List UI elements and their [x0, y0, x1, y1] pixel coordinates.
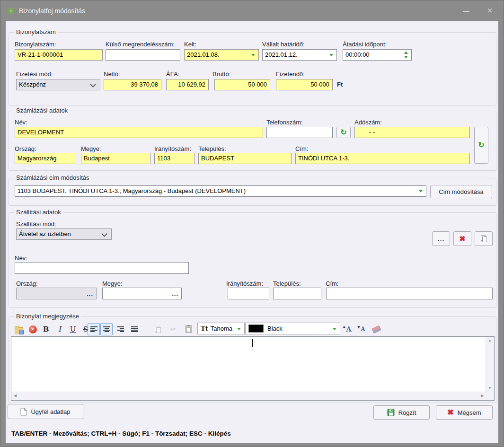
- font-name-value: Tahoma: [211, 325, 232, 332]
- szamlazasi-nev-field[interactable]: DEVELOPMENT: [15, 127, 263, 138]
- align-justify-button[interactable]: [128, 323, 141, 335]
- dropdown-arrow-icon[interactable]: [333, 328, 336, 330]
- status-bar: TAB/ENTER - Mezőváltás; CTRL+H - Súgó; F…: [6, 425, 498, 443]
- netto-field[interactable]: 39 370,08: [104, 79, 161, 90]
- szallitasi-nev-field[interactable]: [15, 262, 189, 274]
- szamlazasi-megye-field[interactable]: Budapest: [81, 153, 150, 164]
- dialog-window: Bizonylatfej módosítás × Bizonylatszám B…: [0, 0, 504, 447]
- grow-font-button[interactable]: ▲A: [343, 323, 355, 335]
- dropdown-arrow-icon[interactable]: [419, 190, 423, 193]
- megsem-button[interactable]: ✖ Mégsem: [436, 405, 493, 420]
- cancel-cross-icon: ✖: [447, 409, 453, 416]
- color-swatch: [248, 324, 264, 333]
- atadasi-idopont-spinner[interactable]: 00:00:00: [343, 49, 412, 61]
- fizetesi-mod-select[interactable]: Készpénz: [16, 79, 100, 90]
- clear-format-button[interactable]: ×: [27, 323, 39, 335]
- clipboard-icon: [186, 325, 192, 333]
- scissors-icon: ✂: [170, 325, 176, 333]
- eraser-icon: [371, 325, 381, 333]
- adoszam-label: Adószám:: [354, 119, 382, 126]
- time-spinner-buttons[interactable]: [403, 51, 409, 59]
- scroll-down-icon[interactable]: ▼: [486, 385, 494, 392]
- ellipsis-icon[interactable]: ...: [87, 290, 93, 298]
- spin-down-icon[interactable]: [404, 56, 408, 59]
- adoszam-field[interactable]: - -: [354, 127, 470, 138]
- szallitasi-cim-field[interactable]: [326, 288, 493, 299]
- dropdown-arrow-icon[interactable]: [251, 54, 255, 56]
- copy-button[interactable]: [151, 323, 164, 335]
- minimize-button[interactable]: [460, 7, 472, 16]
- szamlazasi-telepules-label: Település:: [198, 145, 226, 152]
- kulso-megrendelesszam-label: Külső megrendelésszám:: [106, 41, 175, 48]
- align-center-button[interactable]: [100, 323, 113, 335]
- szallitasi-orszag-field[interactable]: ...: [16, 288, 97, 299]
- horizontal-scrollbar[interactable]: ◀ ▶: [11, 392, 494, 400]
- ellipsis-icon: ...: [438, 235, 445, 243]
- copy-icon: [155, 326, 161, 333]
- scroll-right-icon[interactable]: ▶: [478, 392, 486, 400]
- scroll-left-icon[interactable]: ◀: [11, 392, 19, 400]
- folder-icon: [15, 327, 23, 333]
- szamlazasi-orszag-field[interactable]: Magyarország: [15, 153, 76, 164]
- spin-up-icon[interactable]: [404, 51, 408, 54]
- szallitasi-delete-button[interactable]: ✖: [453, 231, 471, 246]
- telefonszam-field[interactable]: [266, 127, 333, 138]
- szamlazasi-cim-select[interactable]: 1103 BUDAPEST, TINÓDI UTCA 1-3.; Magyaro…: [15, 185, 426, 197]
- cut-button[interactable]: ✂: [167, 323, 179, 335]
- app-icon: [7, 7, 15, 15]
- align-right-icon: [117, 326, 124, 333]
- paste-button[interactable]: [183, 323, 195, 335]
- chevron-down-icon[interactable]: [101, 231, 107, 237]
- fizetesi-mod-label: Fizetési mód:: [16, 70, 53, 78]
- align-left-button[interactable]: [88, 323, 100, 335]
- cim-modositasa-button[interactable]: Cím módosítása: [430, 185, 492, 198]
- paste-from-file-button[interactable]: [13, 323, 25, 335]
- refresh-icon: ↻: [478, 141, 484, 149]
- szamlazasi-telepules-field[interactable]: BUDAPEST: [198, 153, 292, 164]
- refresh-address-button[interactable]: ↻: [474, 127, 488, 164]
- dropdown-arrow-icon[interactable]: [237, 328, 241, 330]
- vertical-scrollbar[interactable]: ▲ ▼: [486, 337, 494, 392]
- atadasi-idopont-label: Átadási időpont:: [343, 41, 387, 48]
- fizetendo-field[interactable]: 50 000: [276, 79, 333, 90]
- scroll-up-icon[interactable]: ▲: [486, 337, 494, 344]
- szallitasi-copy-button[interactable]: [475, 231, 493, 246]
- chevron-down-icon[interactable]: [90, 81, 96, 88]
- szallitasi-telepules-field[interactable]: [273, 288, 321, 299]
- underline-button[interactable]: U: [67, 323, 79, 335]
- ellipsis-icon[interactable]: ...: [172, 290, 178, 298]
- szallitasi-megye-field[interactable]: ...: [102, 288, 182, 299]
- kelt-date-picker[interactable]: 2021.01.08.: [184, 49, 259, 61]
- kelt-label: Kelt:: [184, 41, 196, 48]
- font-color-select[interactable]: Black: [245, 323, 340, 334]
- szamlazasi-cim-field[interactable]: TINÓDI UTCA 1-3.: [295, 153, 470, 164]
- bizonylatszam-field[interactable]: VR-21-1-000001: [15, 49, 103, 61]
- comment-editor[interactable]: ▲ ▼ ◀ ▶: [11, 336, 495, 401]
- refresh-phone-button[interactable]: ↻: [336, 127, 351, 138]
- bold-button[interactable]: B: [40, 323, 52, 335]
- rogzit-button[interactable]: Rögzít: [373, 405, 430, 420]
- szamlazasi-irsz-field[interactable]: 1103: [154, 153, 195, 164]
- brutto-field[interactable]: 50 000: [214, 79, 270, 90]
- szallitasi-lookup-button[interactable]: ...: [432, 231, 450, 246]
- bizonylatszam-label: Bizonylatszám:: [15, 41, 56, 48]
- groupbox-bizonylatszam: Bizonylatszám: [9, 32, 496, 105]
- ugyfel-adatlap-button[interactable]: Ügyfél adatlap: [8, 404, 83, 419]
- dropdown-arrow-icon[interactable]: [329, 54, 333, 56]
- szallitasi-mod-select[interactable]: Átvétel az üzletben: [16, 228, 112, 240]
- bold-icon: B: [43, 325, 49, 333]
- underline-icon: U: [70, 325, 76, 333]
- kulso-megrendelesszam-field[interactable]: [106, 49, 180, 61]
- groupbox-bizonylatszam-legend: Bizonylatszám: [14, 28, 58, 35]
- szallitasi-mod-label: Szállítási mód:: [16, 220, 56, 228]
- font-name-select[interactable]: Tt Tahoma: [197, 323, 245, 334]
- shrink-font-button[interactable]: ▼A: [357, 323, 369, 335]
- afa-field[interactable]: 10 629,92: [166, 79, 209, 90]
- close-button[interactable]: ×: [484, 4, 496, 17]
- vallalt-hatarido-label: Vállalt határidő:: [262, 41, 305, 48]
- align-right-button[interactable]: [114, 323, 126, 335]
- vallalt-hatarido-date-picker[interactable]: 2021.01.12.: [262, 49, 337, 61]
- szallitasi-irsz-field[interactable]: [228, 288, 269, 299]
- eraser-button[interactable]: [370, 323, 382, 335]
- italic-button[interactable]: I: [53, 323, 66, 335]
